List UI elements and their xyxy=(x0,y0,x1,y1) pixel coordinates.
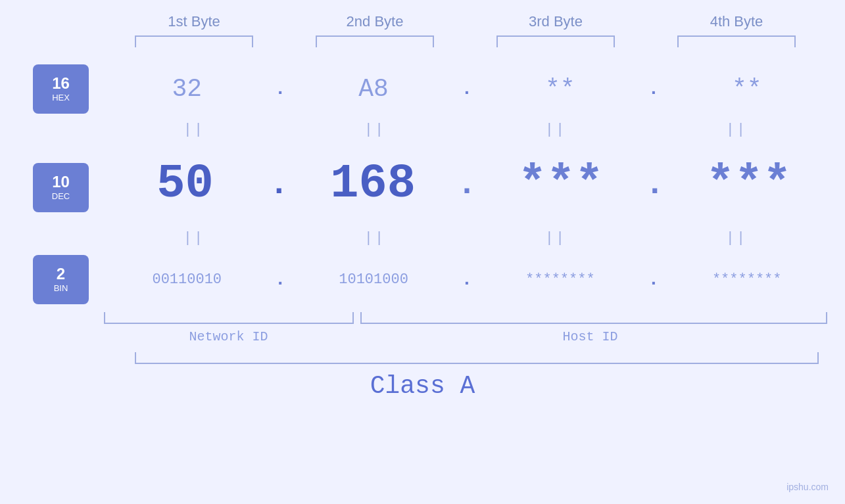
hex-val-3-cell: ** xyxy=(488,75,633,103)
byte-2-label: 2nd Byte xyxy=(302,13,447,30)
host-id-label: Host ID xyxy=(354,329,827,344)
hex-val-3: ** xyxy=(501,75,619,103)
eq2-2-sign: || xyxy=(364,230,385,246)
dot-3-hex: . xyxy=(648,79,659,99)
eq2-2: || xyxy=(302,230,447,246)
bottom-brackets xyxy=(104,312,827,324)
dec-badge-label: DEC xyxy=(52,191,70,201)
bin-val-2-cell: 10101000 xyxy=(301,271,446,288)
eq1-1-sign: || xyxy=(183,122,205,138)
eq2-3-sign: || xyxy=(545,230,566,246)
bin-val-3-cell: ******** xyxy=(488,271,633,288)
bin-values-row: 00110010 . 10101000 . ******** . *******… xyxy=(89,269,845,290)
dot-2-dec: . xyxy=(457,166,477,203)
byte-4-label: 4th Byte xyxy=(664,13,809,30)
bin-badge: 2 BIN xyxy=(33,255,89,304)
bracket-bottom-network xyxy=(104,312,354,324)
dec-row: 10 DEC 50 . 168 . *** . *** xyxy=(0,141,845,227)
bin-val-2: 10101000 xyxy=(308,271,439,288)
hex-badge-num: 16 xyxy=(52,75,70,92)
hex-values-row: 32 . A8 . ** . ** xyxy=(89,75,845,103)
eq1-2: || xyxy=(302,122,447,138)
dec-val-3-cell: *** xyxy=(489,157,633,211)
hex-row: 16 HEX 32 . A8 . ** . ** xyxy=(0,59,845,118)
dec-val-1: 50 xyxy=(126,157,244,211)
dec-val-3: *** xyxy=(502,157,620,211)
dot-1-bin: . xyxy=(275,269,286,290)
bracket-top-3 xyxy=(496,35,615,47)
main-container: 1st Byte 2nd Byte 3rd Byte 4th Byte 16 H… xyxy=(0,0,845,504)
top-brackets xyxy=(104,35,827,47)
bin-val-1: 00110010 xyxy=(121,271,253,288)
hex-val-2: A8 xyxy=(314,75,433,103)
eq1-1: || xyxy=(122,122,266,138)
class-label: Class A xyxy=(370,372,475,400)
bracket-top-2 xyxy=(316,35,434,47)
dec-val-1-cell: 50 xyxy=(112,157,257,211)
hex-val-4: ** xyxy=(688,75,806,103)
eq1-3-sign: || xyxy=(545,122,566,138)
bin-val-4: ******** xyxy=(681,271,813,288)
eq2-4: || xyxy=(664,230,809,246)
eq1-4: || xyxy=(664,122,809,138)
bracket-full-bottom xyxy=(135,352,819,364)
dec-badge: 10 DEC xyxy=(33,163,89,212)
hex-badge-label: HEX xyxy=(52,93,70,103)
hex-val-1: 32 xyxy=(128,75,246,103)
dot-3-dec: . xyxy=(645,166,665,203)
bracket-top-4 xyxy=(677,35,796,47)
hex-badge: 16 HEX xyxy=(33,64,89,114)
bracket-top-1 xyxy=(135,35,253,47)
network-id-label: Network ID xyxy=(104,329,354,344)
dec-val-2-cell: 168 xyxy=(301,157,445,211)
hex-val-2-cell: A8 xyxy=(301,75,446,103)
eq2-3: || xyxy=(483,230,628,246)
hex-val-1-cell: 32 xyxy=(114,75,259,103)
dot-2-bin: . xyxy=(462,269,473,290)
dot-2-hex: . xyxy=(462,79,473,99)
dec-badge-num: 10 xyxy=(52,173,70,191)
dec-val-4: *** xyxy=(690,157,808,211)
hex-val-4-cell: ** xyxy=(675,75,819,103)
dec-val-4-cell: *** xyxy=(677,157,821,211)
bin-row: 2 BIN 00110010 . 10101000 . ******** . *… xyxy=(0,250,845,309)
watermark: ipshu.com xyxy=(786,482,829,492)
bracket-bottom-host xyxy=(360,312,827,324)
bin-badge-label: BIN xyxy=(54,283,68,293)
dec-val-2: 168 xyxy=(314,157,432,211)
dot-1-dec: . xyxy=(269,166,289,203)
bin-val-4-cell: ******** xyxy=(675,271,819,288)
byte-headers: 1st Byte 2nd Byte 3rd Byte 4th Byte xyxy=(104,13,827,30)
bin-badge-num: 2 xyxy=(57,265,65,283)
byte-1-label: 1st Byte xyxy=(122,13,266,30)
dot-1-hex: . xyxy=(275,79,286,99)
eq1-2-sign: || xyxy=(364,122,385,138)
eq1-4-sign: || xyxy=(726,122,747,138)
dot-3-bin: . xyxy=(648,269,659,290)
bin-val-3: ******** xyxy=(495,271,626,288)
dec-values-row: 50 . 168 . *** . *** xyxy=(89,157,845,211)
equals-row-1: || || || || xyxy=(104,118,827,141)
eq2-1: || xyxy=(122,230,266,246)
byte-3-label: 3rd Byte xyxy=(483,13,628,30)
eq2-4-sign: || xyxy=(726,230,747,246)
bin-val-1-cell: 00110010 xyxy=(114,271,259,288)
eq2-1-sign: || xyxy=(183,230,205,246)
eq1-3: || xyxy=(483,122,628,138)
equals-row-2: || || || || xyxy=(104,227,827,250)
id-labels: Network ID Host ID xyxy=(104,329,827,344)
